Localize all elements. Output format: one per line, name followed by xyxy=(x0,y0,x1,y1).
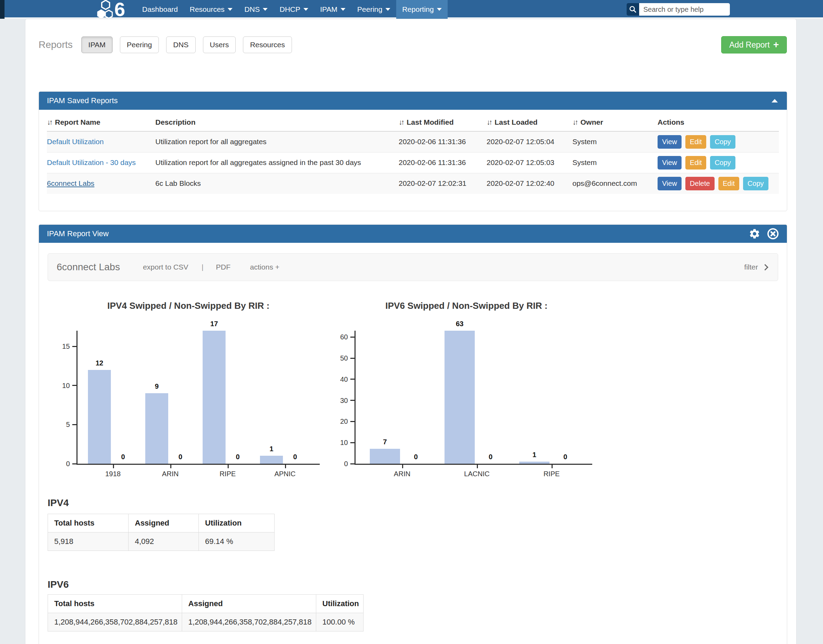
column-header-description: Description xyxy=(155,112,399,131)
column-header-last-modified[interactable]: ↓↑Last Modified xyxy=(399,112,487,131)
panel-title: IPAM Report View xyxy=(47,229,109,238)
export-pdf-link[interactable]: PDF xyxy=(216,263,230,271)
edit-button[interactable]: Edit xyxy=(685,156,706,170)
hexagon-logo-icon xyxy=(97,0,114,20)
plot-area: 010203040506070ARIN630LACNIC10RIPE xyxy=(355,331,592,465)
bar-value-label: 0 xyxy=(236,453,240,461)
y-axis-tick xyxy=(350,442,355,443)
copy-button[interactable]: Copy xyxy=(743,177,768,190)
last-loaded: 2020-02-07 12:05:03 xyxy=(487,152,573,173)
utilization-value: 69.14 % xyxy=(199,532,275,551)
x-axis-category-label: APNIC xyxy=(257,470,313,478)
saved-reports-panel-header[interactable]: IPAM Saved Reports xyxy=(39,92,787,110)
edit-button[interactable]: Edit xyxy=(685,135,706,149)
search-icon[interactable] xyxy=(626,3,639,15)
column-header-assigned: Assigned xyxy=(129,514,199,532)
bar-value-label: 7 xyxy=(383,438,387,446)
add-report-button[interactable]: Add Report + xyxy=(721,36,787,54)
assigned-value: 4,092 xyxy=(129,532,199,551)
table-row: 5,918 4,092 69.14 % xyxy=(48,532,275,551)
column-header-utilization: Utilization xyxy=(316,595,363,613)
column-header-report-name[interactable]: ↓↑Report Name xyxy=(47,112,155,131)
view-button[interactable]: View xyxy=(657,177,682,190)
edit-button[interactable]: Edit xyxy=(719,177,739,190)
column-header-assigned: Assigned xyxy=(182,595,316,613)
y-axis-tick-label: 15 xyxy=(62,342,70,351)
nav-label: DHCP xyxy=(279,5,300,14)
sort-icon: ↓↑ xyxy=(487,118,491,126)
y-axis-tick xyxy=(350,421,355,422)
chevron-down-icon xyxy=(228,8,232,11)
tab-users[interactable]: Users xyxy=(203,37,236,53)
y-axis-tick-label: 20 xyxy=(340,417,348,426)
nav-item-dhcp[interactable]: DHCP xyxy=(273,0,314,19)
tab-ipam[interactable]: IPAM xyxy=(81,37,113,53)
owner: ops@6connect.com xyxy=(573,173,657,194)
chevron-down-icon xyxy=(385,8,390,11)
nav-item-reporting[interactable]: Reporting xyxy=(396,0,448,19)
bar-value-label: 12 xyxy=(95,359,103,367)
filter-toggle[interactable]: filter xyxy=(744,263,768,271)
y-axis-tick-label: 5 xyxy=(66,421,70,429)
tab-dns[interactable]: DNS xyxy=(166,37,195,53)
nav-item-dns[interactable]: DNS xyxy=(238,0,273,19)
last-modified: 2020-02-07 12:02:31 xyxy=(399,173,487,194)
reports-header-bar: Reports IPAM Peering DNS Users Resources xyxy=(38,36,299,54)
bar-value-label: 0 xyxy=(178,453,182,461)
copy-button[interactable]: Copy xyxy=(710,135,735,149)
report-description: 6c Lab Blocks xyxy=(155,173,399,194)
x-axis-tick xyxy=(402,465,403,468)
nav-item-ipam[interactable]: IPAM xyxy=(314,0,352,19)
delete-button[interactable]: Delete xyxy=(685,177,715,190)
chevron-down-icon xyxy=(341,8,345,11)
ipv6-summary-table: Total hosts Assigned Utilization 1,208,9… xyxy=(48,594,364,632)
export-csv-link[interactable]: export to CSV xyxy=(143,263,188,271)
panel-header-icons xyxy=(749,225,779,243)
saved-reports-panel: IPAM Saved Reports ↓↑Report Name Descrip… xyxy=(38,91,787,211)
brand-logo[interactable]: 6 xyxy=(97,0,125,19)
x-axis-tick xyxy=(170,465,171,468)
view-button[interactable]: View xyxy=(657,156,682,170)
saved-reports-body: ↓↑Report Name Description ↓↑Last Modifie… xyxy=(39,110,787,194)
bar-value-label: 0 xyxy=(293,453,297,461)
sort-icon: ↓↑ xyxy=(573,118,577,126)
report-link[interactable]: Default Utilization - 30 days xyxy=(47,158,136,166)
bar-value-label: 1 xyxy=(533,451,536,459)
tab-resources[interactable]: Resources xyxy=(243,37,292,53)
search-input[interactable] xyxy=(639,3,730,15)
collapse-caret-icon[interactable] xyxy=(772,99,778,103)
nav-item-resources[interactable]: Resources xyxy=(184,0,238,19)
report-link[interactable]: 6connect Labs xyxy=(47,179,95,187)
y-axis-tick-label: 10 xyxy=(62,382,70,390)
table-row: Default Utilization - 30 days Utilizatio… xyxy=(47,152,779,173)
actions-menu-link[interactable]: actions + xyxy=(250,263,279,271)
close-icon[interactable] xyxy=(767,227,779,240)
bar-value-label: 17 xyxy=(210,320,218,328)
nav-item-dashboard[interactable]: Dashboard xyxy=(136,0,184,19)
table-row: 1,208,944,266,358,702,884,257,818 1,208,… xyxy=(48,613,364,632)
column-header-last-loaded[interactable]: ↓↑Last Loaded xyxy=(487,112,573,131)
bar-value-label: 0 xyxy=(564,453,567,461)
column-header-owner[interactable]: ↓↑Owner xyxy=(573,112,657,131)
ipv6-heading: IPV6 xyxy=(48,579,69,590)
content-card: Reports IPAM Peering DNS Users Resources… xyxy=(25,19,797,644)
add-report-label: Add Report xyxy=(729,40,769,50)
x-axis-category-label: LACNIC xyxy=(449,470,505,478)
gear-icon[interactable] xyxy=(749,228,760,240)
view-button[interactable]: View xyxy=(657,135,682,149)
report-link[interactable]: Default Utilization xyxy=(47,138,104,146)
x-axis-tick xyxy=(285,465,286,468)
y-axis-tick-label: 30 xyxy=(340,397,348,405)
tab-peering[interactable]: Peering xyxy=(120,37,159,53)
total-hosts-value: 1,208,944,266,358,702,884,257,818 xyxy=(48,613,182,632)
last-loaded: 2020-02-07 12:02:40 xyxy=(487,173,573,194)
chevron-down-icon xyxy=(437,8,442,11)
last-modified: 2020-02-06 11:31:36 xyxy=(399,131,487,152)
saved-reports-table: ↓↑Report Name Description ↓↑Last Modifie… xyxy=(47,112,779,194)
x-axis-category-label: ARIN xyxy=(143,470,198,478)
bar-value-label: 9 xyxy=(155,382,158,390)
report-view-panel-header: IPAM Report View xyxy=(39,225,787,243)
nav-item-peering[interactable]: Peering xyxy=(352,0,396,19)
y-axis-tick-label: 40 xyxy=(340,376,348,383)
copy-button[interactable]: Copy xyxy=(710,156,735,170)
